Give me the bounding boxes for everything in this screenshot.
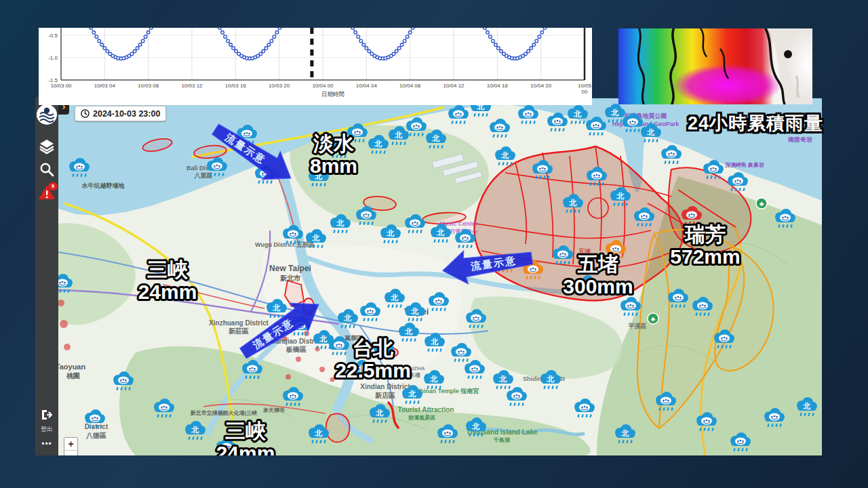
svg-text:北: 北 [315, 429, 323, 437]
svg-text:北: 北 [431, 338, 439, 346]
place-label: 深澳岬角 象鼻岩 [725, 162, 764, 168]
tide-chart: -0.5-1.0-1.510/03 0010/03 0410/03 0810/0… [39, 28, 592, 105]
svg-text:北: 北 [647, 128, 655, 136]
layers-button[interactable] [35, 135, 58, 158]
svg-text:北: 北 [432, 134, 440, 142]
svg-text:10/04 08: 10/04 08 [399, 83, 421, 89]
rainfall-image [618, 28, 812, 104]
place-label: New Taipei [269, 264, 311, 273]
station-rainfall-label: 五堵 [577, 253, 618, 275]
svg-text:00: 00 [582, 89, 588, 95]
place-label: Xindian District [360, 383, 410, 390]
timestamp-text: 2024-10-03 23:00 [93, 109, 160, 119]
svg-text:北: 北 [611, 108, 619, 117]
svg-text:北: 北 [569, 199, 577, 207]
svg-text:10/03 08: 10/03 08 [138, 83, 159, 89]
svg-text:北: 北 [547, 375, 555, 383]
logout-icon [40, 408, 54, 422]
svg-text:10/04 12: 10/04 12 [443, 83, 465, 89]
svg-text:10/04 20: 10/04 20 [530, 83, 552, 89]
timestamp-control[interactable]: 2024-10-03 23:00 [75, 106, 166, 121]
svg-text:北: 北 [336, 219, 344, 227]
svg-text:北: 北 [501, 151, 509, 159]
svg-text:10/04 16: 10/04 16 [487, 83, 509, 89]
tide-chart-panel: -0.5-1.0-1.510/03 0010/03 0410/03 0810/0… [39, 28, 592, 105]
alert-button[interactable]: 9 [35, 181, 58, 204]
place-label: Wugu District 五股區 [255, 241, 315, 248]
place-label: 新北市立殯儀館火化場(三峽 [190, 409, 258, 416]
clock-icon [81, 109, 90, 118]
svg-text:北: 北 [405, 327, 413, 336]
station-rainfall-label: 瑞芳 [684, 223, 726, 245]
map-viewport[interactable]: 水牛坑越野場地Bali District八里區New Taipei新北市Wugu… [58, 98, 822, 455]
park-poi-icon[interactable]: ♣ [648, 313, 658, 324]
search-button[interactable] [35, 158, 58, 181]
svg-text:北: 北 [312, 234, 320, 242]
svg-text:北: 北 [437, 228, 445, 237]
station-rainfall-label: 572mm [670, 245, 740, 268]
place-label: Heping Island GeoPark [612, 121, 680, 127]
svg-text:10/05: 10/05 [578, 83, 592, 89]
svg-text:北: 北 [395, 131, 403, 139]
map-canvas: 水牛坑越野場地Bali District八里區New Taipei新北市Wugu… [58, 98, 822, 455]
svg-text:北: 北 [191, 426, 199, 434]
place-label: 千島湖 [493, 437, 510, 443]
logout-button[interactable] [35, 403, 58, 426]
place-label: 碧潭風景區 [408, 414, 435, 421]
place-label: 板橋區 [285, 346, 307, 353]
svg-text:-1.0: -1.0 [48, 55, 58, 61]
place-label: Tourist Attraction [398, 406, 454, 413]
svg-text:北: 北 [621, 429, 629, 437]
svg-text:北: 北 [273, 304, 281, 312]
station-rainfall-label: 8mm [310, 155, 357, 177]
svg-text:♣: ♣ [760, 200, 764, 207]
place-label: 平溪區 [628, 323, 647, 329]
slide-background: -0.5-1.0-1.510/03 0010/03 0410/03 0810/0… [0, 0, 868, 488]
layers-icon [39, 138, 55, 155]
svg-text:北: 北 [430, 375, 438, 383]
svg-text:日期時間: 日期時間 [321, 91, 344, 98]
place-label: 新莊區 [228, 327, 249, 335]
svg-text:北: 北 [472, 422, 480, 430]
station-rainfall-label: 24mm [138, 281, 197, 303]
svg-text:10/03 12: 10/03 12 [181, 83, 203, 89]
zoom-out-button[interactable]: − [64, 450, 77, 455]
svg-text:北: 北 [387, 229, 395, 237]
station-rainfall-label: 台北 [353, 337, 394, 359]
station-rainfall-label: 22.5mm [335, 359, 411, 382]
sidebar: › [35, 97, 58, 455]
place-label: 新店區 [374, 392, 395, 399]
svg-text:♣: ♣ [651, 315, 656, 323]
svg-text:10/03 16: 10/03 16 [225, 83, 247, 89]
station-rainfall-label: 淡水 [313, 132, 354, 155]
station-rainfall-label: 三峽 [147, 258, 189, 281]
svg-text:10/03 00: 10/03 00 [50, 83, 72, 89]
station-rainfall-label: 三峽 [225, 420, 267, 442]
svg-text:北: 北 [616, 192, 625, 200]
zoom-in-button[interactable]: + [64, 438, 77, 450]
svg-text:-0.5: -0.5 [48, 33, 58, 39]
place-label: 桃園 [66, 372, 80, 380]
more-button[interactable]: ••• [41, 439, 52, 449]
place-label: 八里區 [194, 172, 213, 179]
place-label: 承天禪寺 [262, 407, 285, 413]
svg-text:北: 北 [499, 375, 507, 383]
svg-text:北: 北 [574, 110, 582, 118]
svg-text:北: 北 [391, 293, 399, 302]
park-poi-icon[interactable]: ♣ [756, 198, 767, 209]
svg-text:10/03 20: 10/03 20 [269, 83, 290, 89]
svg-text:10/04 04: 10/04 04 [356, 83, 378, 89]
place-label: 新北市 [279, 274, 301, 282]
place-label: 八德區 [85, 432, 106, 439]
rainfall-accumulation-panel [618, 28, 812, 104]
svg-text:北: 北 [376, 409, 384, 417]
svg-text:北: 北 [319, 335, 328, 343]
alert-badge: 9 [48, 182, 58, 190]
sidebar-bottom: 登出 ••• [35, 403, 58, 455]
station-rainfall-label: 24mm [216, 442, 275, 455]
svg-text:北: 北 [411, 307, 419, 315]
svg-text:北: 北 [408, 390, 416, 398]
place-label: 水牛坑越野場地 [81, 182, 125, 189]
place-label: Zhinan Temple 指南宮 [416, 387, 479, 394]
svg-text:北: 北 [803, 402, 811, 410]
